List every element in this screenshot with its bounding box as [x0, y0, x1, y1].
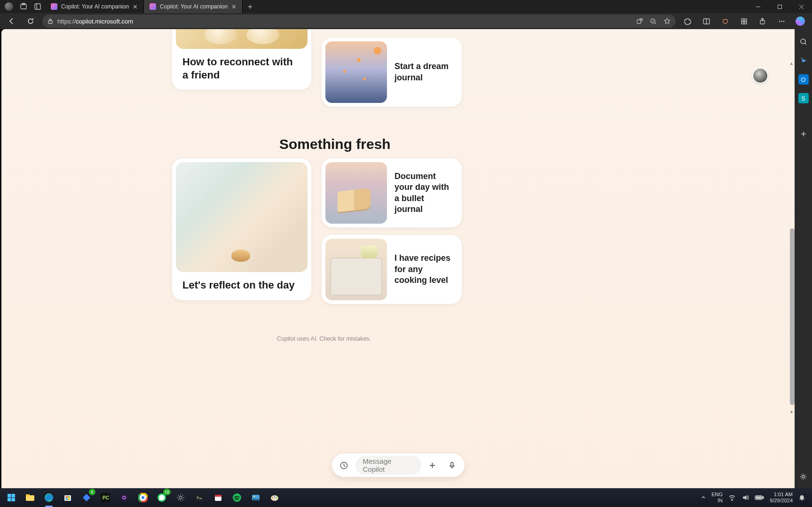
- edge-sidebar: O S: [795, 29, 812, 488]
- section-heading: Something fresh: [279, 136, 391, 152]
- card-image: [325, 162, 387, 224]
- collections-icon[interactable]: [737, 14, 751, 28]
- svg-point-56: [179, 496, 182, 499]
- browser-tab[interactable]: Copilot: Your AI companion ✕: [144, 0, 243, 13]
- windows-taskbar: 6 PC 16 ENG IN 1:01 AM 9/29/2024: [0, 488, 812, 507]
- scrollbar-thumb[interactable]: [790, 228, 795, 405]
- whatsapp-icon[interactable]: 16: [154, 490, 169, 505]
- profile-button[interactable]: [5, 2, 13, 11]
- browser-tab[interactable]: Copilot: Your AI companion ✕: [45, 0, 144, 13]
- svg-rect-43: [66, 499, 68, 500]
- donate-icon[interactable]: [718, 14, 732, 28]
- scroll-down-arrow[interactable]: ▼: [789, 410, 794, 414]
- tab-title: Copilot: Your AI companion: [61, 3, 129, 10]
- svg-point-66: [276, 497, 277, 499]
- suggestion-card-reconnect[interactable]: How to reconnect with a friend: [172, 29, 311, 90]
- notifications-icon[interactable]: [798, 494, 805, 501]
- card-image: [176, 162, 307, 272]
- sidebar-add-icon[interactable]: [798, 129, 809, 139]
- zoom-out-icon[interactable]: [650, 18, 657, 25]
- user-avatar[interactable]: [752, 68, 768, 84]
- paint-icon[interactable]: [267, 490, 282, 505]
- svg-point-47: [120, 493, 128, 502]
- extensions-icon[interactable]: [680, 14, 694, 28]
- svg-point-32: [802, 476, 804, 478]
- svg-text:PC: PC: [102, 495, 109, 500]
- ai-disclaimer: Copilot uses AI. Check for mistakes.: [277, 335, 371, 342]
- chrome-icon[interactable]: [135, 490, 150, 505]
- mic-button[interactable]: [444, 457, 461, 474]
- browser-toolbar: https://copilot.microsoft.com: [0, 13, 812, 29]
- edge-icon[interactable]: [41, 490, 56, 505]
- workspaces-icon[interactable]: [20, 3, 27, 10]
- spotify-icon[interactable]: [229, 490, 244, 505]
- app-purple-icon[interactable]: [117, 490, 132, 505]
- battery-icon[interactable]: [755, 495, 764, 500]
- message-input[interactable]: Message Copilot: [355, 456, 421, 475]
- address-bar[interactable]: https://copilot.microsoft.com: [42, 15, 676, 28]
- dynalist-icon[interactable]: 6: [79, 490, 94, 505]
- sidebar-settings-icon[interactable]: [798, 471, 809, 482]
- sidebar-outlook-icon[interactable]: O: [798, 74, 809, 85]
- new-tab-button[interactable]: ＋: [243, 0, 258, 13]
- maximize-button[interactable]: [769, 0, 790, 13]
- photos-icon[interactable]: [248, 490, 263, 505]
- suggestion-card-recipes[interactable]: I have recipes for any cooking level: [322, 235, 462, 304]
- suggestion-card-bullet-journal[interactable]: Document your day with a bullet journal: [322, 158, 462, 227]
- suggestion-card-reflect[interactable]: Let's reflect on the day: [172, 158, 311, 300]
- message-composer: Message Copilot: [332, 453, 465, 477]
- more-icon[interactable]: [774, 14, 788, 28]
- share-icon[interactable]: [756, 14, 770, 28]
- terminal-icon[interactable]: [192, 490, 207, 505]
- suggestion-card-dream-journal[interactable]: Start a dream journal: [322, 38, 462, 107]
- sidebar-search-icon[interactable]: [798, 37, 809, 47]
- tray-overflow-icon[interactable]: [701, 495, 706, 500]
- svg-rect-26: [451, 462, 453, 466]
- language-indicator[interactable]: ENG IN: [711, 491, 723, 504]
- svg-rect-17: [741, 22, 744, 24]
- svg-rect-35: [8, 498, 11, 502]
- svg-rect-9: [637, 20, 641, 23]
- svg-point-60: [233, 493, 241, 502]
- settings-icon[interactable]: [173, 490, 188, 505]
- volume-icon[interactable]: [741, 494, 749, 501]
- svg-line-29: [805, 43, 806, 45]
- split-screen-icon[interactable]: [699, 14, 713, 28]
- open-external-icon[interactable]: [636, 18, 643, 25]
- url-text: https://copilot.microsoft.com: [57, 18, 133, 25]
- copilot-button[interactable]: [793, 14, 807, 28]
- copilot-favicon: [51, 3, 57, 10]
- site-lock-icon[interactable]: [47, 18, 54, 24]
- tab-actions-icon[interactable]: [34, 3, 41, 10]
- svg-rect-40: [64, 495, 71, 501]
- calendar-icon[interactable]: [211, 490, 226, 505]
- svg-rect-34: [12, 494, 16, 498]
- pycharm-icon[interactable]: PC: [98, 490, 113, 505]
- close-window-button[interactable]: [790, 0, 812, 13]
- svg-point-71: [801, 499, 802, 500]
- svg-rect-18: [744, 22, 747, 24]
- svg-rect-36: [12, 498, 16, 502]
- sidebar-skype-icon[interactable]: S: [798, 93, 809, 103]
- scroll-up-arrow[interactable]: ▲: [789, 61, 794, 66]
- svg-point-67: [732, 500, 733, 501]
- file-explorer-icon[interactable]: [23, 490, 38, 505]
- svg-rect-70: [756, 497, 761, 499]
- clock[interactable]: 1:01 AM 9/29/2024: [770, 491, 793, 504]
- favorite-icon[interactable]: [663, 17, 671, 25]
- ms-store-icon[interactable]: [60, 490, 75, 505]
- svg-rect-5: [778, 5, 781, 8]
- sidebar-shopping-icon[interactable]: [798, 55, 809, 66]
- svg-rect-33: [8, 494, 11, 498]
- card-title: I have recipes for any cooking level: [394, 253, 458, 286]
- refresh-button[interactable]: [24, 14, 38, 28]
- history-button[interactable]: [336, 457, 353, 474]
- card-image: [325, 239, 387, 300]
- wifi-icon[interactable]: [728, 494, 736, 501]
- minimize-button[interactable]: [747, 0, 769, 13]
- start-button[interactable]: [4, 490, 19, 505]
- back-button[interactable]: [5, 14, 19, 28]
- close-tab-icon[interactable]: ✕: [231, 3, 237, 10]
- close-tab-icon[interactable]: ✕: [133, 3, 138, 10]
- add-button[interactable]: [424, 457, 441, 474]
